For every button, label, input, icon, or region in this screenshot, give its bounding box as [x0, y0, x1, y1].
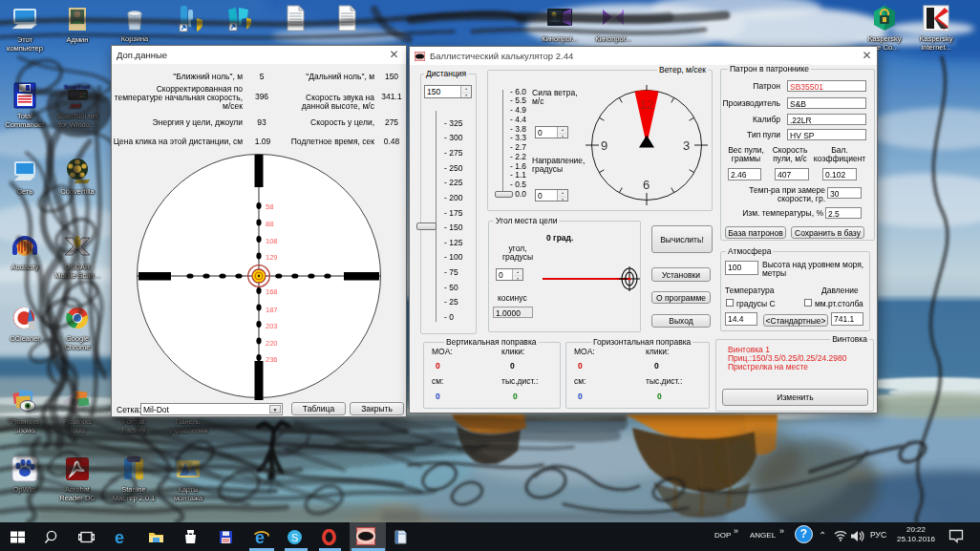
svg-text:9: 9	[601, 138, 607, 153]
svg-text:S: S	[291, 532, 298, 543]
svg-text:187: 187	[266, 306, 278, 314]
svg-text:6: 6	[643, 178, 650, 192]
svg-text:e: e	[115, 529, 124, 545]
svg-text:236: 236	[266, 355, 278, 364]
svg-text:108: 108	[266, 237, 278, 245]
svg-text:168: 168	[266, 287, 278, 296]
svg-text:58: 58	[266, 202, 273, 211]
svg-text:220: 220	[266, 339, 278, 348]
svg-text:88: 88	[266, 220, 273, 228]
svg-text:12: 12	[640, 97, 653, 112]
svg-text:129: 129	[266, 253, 278, 262]
svg-text:3: 3	[683, 138, 690, 153]
svg-text:203: 203	[266, 322, 278, 330]
